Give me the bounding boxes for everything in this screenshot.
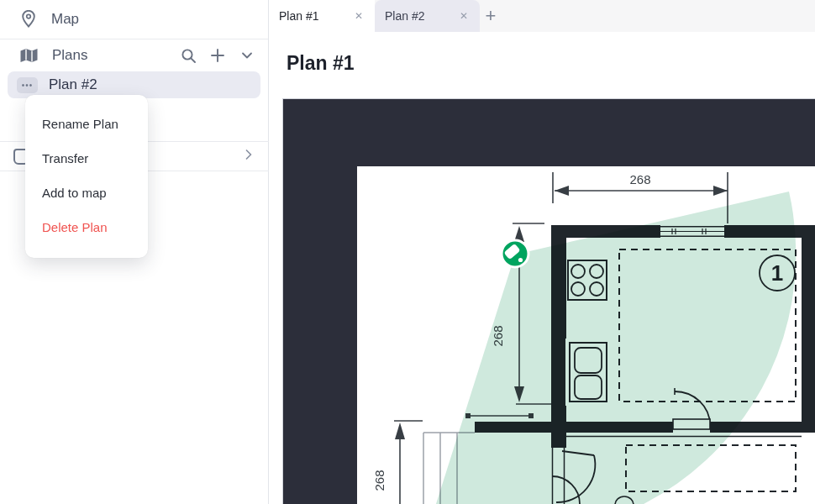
plan-options-dots-icon[interactable]: •••: [17, 77, 38, 93]
menu-item-add-to-map[interactable]: Add to map: [25, 176, 148, 210]
floor-plan-canvas[interactable]: 1 268 268: [283, 99, 815, 504]
floor-plan-drawing: 1 268 268: [283, 99, 815, 504]
tab-bar: Plan #1 ✕ Plan #2 ✕ +: [269, 0, 815, 32]
chevron-right-icon[interactable]: [242, 148, 255, 165]
chevron-down-icon[interactable]: [238, 46, 256, 65]
sidebar-item-map[interactable]: Map: [0, 0, 268, 39]
new-tab-button[interactable]: +: [479, 4, 502, 28]
close-tab-icon[interactable]: ✕: [458, 8, 470, 24]
device-marker[interactable]: [502, 240, 528, 267]
tab-plan-2-label: Plan #2: [385, 9, 424, 23]
close-tab-icon[interactable]: ✕: [353, 8, 365, 24]
plan-2-label: Plan #2: [49, 76, 97, 93]
map-pin-icon: [20, 10, 37, 29]
page-title: Plan #1: [287, 52, 355, 75]
menu-item-rename-plan[interactable]: Rename Plan: [25, 107, 148, 141]
svg-text:268: 268: [629, 172, 650, 186]
sidebar-map-label: Map: [51, 11, 79, 28]
sidebar-section-plans[interactable]: Plans: [0, 39, 268, 71]
app-window: Map Plans: [0, 0, 815, 504]
tab-plan-2[interactable]: Plan #2 ✕: [375, 0, 480, 32]
add-plan-icon[interactable]: [208, 46, 227, 65]
tab-plan-1-label: Plan #1: [279, 9, 318, 23]
search-icon[interactable]: [179, 46, 197, 65]
menu-item-delete-plan[interactable]: Delete Plan: [25, 210, 148, 244]
plans-map-icon: [19, 47, 39, 64]
tab-plan-1[interactable]: Plan #1 ✕: [269, 0, 375, 32]
sidebar-plans-label: Plans: [52, 47, 88, 64]
svg-text:268: 268: [372, 470, 386, 491]
plan-context-menu: Rename Plan Transfer Add to map Delete P…: [25, 95, 148, 258]
menu-item-transfer[interactable]: Transfer: [25, 141, 148, 176]
sidebar: Map Plans: [0, 0, 269, 504]
plans-actions: [179, 46, 256, 65]
